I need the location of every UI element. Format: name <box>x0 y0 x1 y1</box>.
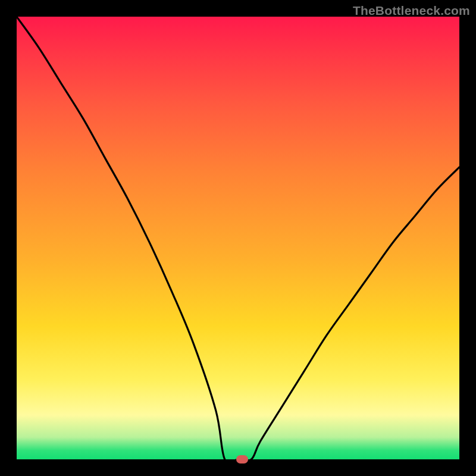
bottleneck-curve <box>17 17 459 459</box>
watermark-text: TheBottleneck.com <box>353 4 470 18</box>
chart-frame: TheBottleneck.com <box>0 0 476 476</box>
chart-plot-area <box>17 17 459 459</box>
optimal-point-marker <box>236 455 248 464</box>
